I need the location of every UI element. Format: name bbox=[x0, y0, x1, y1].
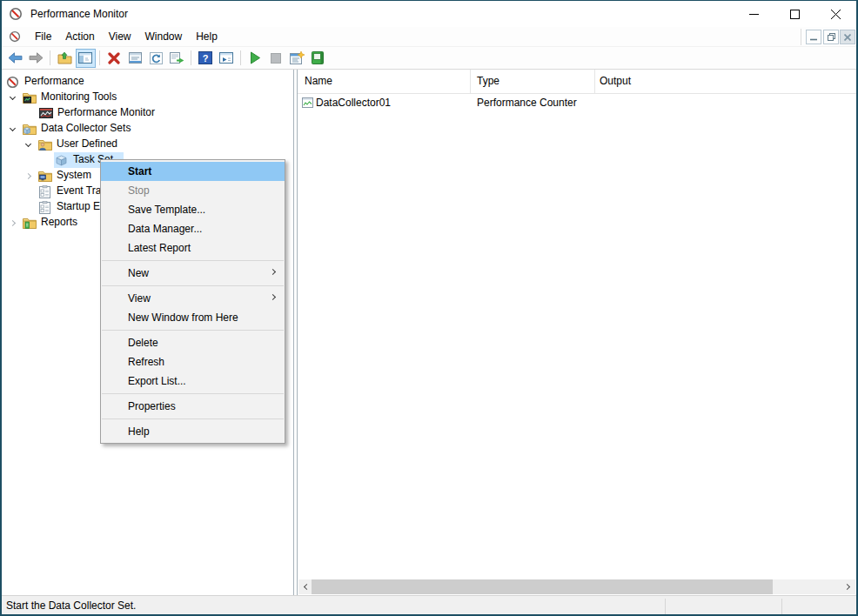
new-set-star-icon bbox=[290, 51, 305, 64]
show-performance-monitor-button[interactable] bbox=[217, 49, 237, 68]
results-pane: Name Type Output DataCollector01 Perform… bbox=[297, 70, 856, 596]
context-menu-stop: Stop bbox=[101, 181, 285, 200]
status-separator bbox=[781, 599, 782, 614]
column-header-type[interactable]: Type bbox=[471, 70, 595, 94]
mdi-restore-button[interactable] bbox=[823, 30, 839, 44]
properties-icon bbox=[129, 52, 142, 64]
help-button[interactable]: ? bbox=[196, 49, 216, 68]
column-header-output[interactable]: Output bbox=[595, 70, 856, 94]
start-set-button[interactable] bbox=[245, 49, 265, 68]
submenu-arrow-icon bbox=[270, 269, 276, 275]
menu-separator bbox=[102, 260, 284, 261]
menu-separator bbox=[102, 285, 284, 286]
save-data-button[interactable] bbox=[308, 49, 328, 68]
mdi-separator bbox=[801, 29, 801, 45]
tree-item-monitoring-tools[interactable]: Monitoring Tools bbox=[2, 90, 293, 105]
context-menu-help[interactable]: Help bbox=[101, 422, 285, 441]
title-bar: Performance Monitor bbox=[2, 1, 856, 27]
tree-label: Event Tra bbox=[54, 184, 104, 199]
cube-icon bbox=[54, 152, 69, 168]
status-bar: Start the Data Collector Set. bbox=[2, 595, 856, 614]
context-menu-data-manager[interactable]: Data Manager... bbox=[101, 219, 285, 238]
toolbar-separator bbox=[191, 50, 191, 65]
close-button[interactable] bbox=[815, 1, 856, 27]
performance-monitor-window: Performance Monitor File Action View Win… bbox=[0, 0, 858, 616]
context-menu-save-template[interactable]: Save Template... bbox=[101, 200, 285, 219]
data-collector-icon bbox=[302, 97, 313, 108]
back-button[interactable] bbox=[5, 49, 25, 68]
forward-icon bbox=[29, 52, 44, 64]
chevron-down-icon[interactable] bbox=[21, 137, 35, 152]
mdi-close-button[interactable] bbox=[840, 30, 855, 44]
folder-report-icon bbox=[22, 215, 37, 231]
table-row[interactable]: DataCollector01 Performance Counter bbox=[298, 95, 856, 110]
toolbar-separator bbox=[240, 50, 241, 65]
menu-view[interactable]: View bbox=[102, 28, 138, 45]
menu-action[interactable]: Action bbox=[58, 28, 101, 45]
menu-separator bbox=[102, 330, 284, 331]
context-menu-new-window-from-here[interactable]: New Window from Here bbox=[101, 308, 285, 327]
context-menu-view[interactable]: View bbox=[101, 289, 285, 308]
context-menu-latest-report[interactable]: Latest Report bbox=[101, 238, 285, 258]
clipboard-icon bbox=[37, 184, 52, 199]
submenu-arrow-icon bbox=[270, 294, 276, 300]
folder-chart-icon bbox=[22, 90, 37, 105]
export-list-button[interactable] bbox=[167, 49, 187, 68]
cell-output-text bbox=[595, 95, 856, 110]
scroll-right-arrow-icon[interactable] bbox=[841, 579, 855, 594]
stop-set-button[interactable] bbox=[266, 49, 286, 68]
menu-separator bbox=[102, 418, 284, 419]
maximize-button[interactable] bbox=[774, 1, 815, 27]
toolbar: ? bbox=[2, 47, 856, 70]
context-menu-start[interactable]: Start bbox=[101, 162, 285, 181]
new-set-button[interactable] bbox=[287, 49, 307, 68]
chevron-right-icon[interactable] bbox=[21, 168, 35, 184]
folder-cube-icon bbox=[22, 121, 37, 137]
properties-button[interactable] bbox=[125, 49, 145, 68]
menu-help[interactable]: Help bbox=[189, 28, 225, 45]
play-icon bbox=[250, 51, 261, 64]
perfmon-icon bbox=[5, 74, 20, 90]
back-icon bbox=[8, 52, 23, 64]
tree-item-user-defined[interactable]: User Defined bbox=[2, 137, 293, 152]
menu-file[interactable]: File bbox=[28, 28, 58, 45]
minimize-button[interactable] bbox=[734, 1, 774, 27]
perfmon-app-icon-small bbox=[9, 30, 21, 43]
tree-label: Monitoring Tools bbox=[38, 90, 119, 105]
folder-user-icon bbox=[37, 137, 52, 152]
context-menu-new[interactable]: New bbox=[101, 264, 285, 283]
window-play-icon bbox=[219, 52, 233, 64]
menu-window[interactable]: Window bbox=[138, 28, 190, 45]
tree-label: Performance bbox=[22, 74, 87, 90]
tree-label: Reports bbox=[38, 215, 80, 231]
help-icon: ? bbox=[198, 51, 212, 64]
tree-item-data-collector-sets[interactable]: Data Collector Sets bbox=[2, 121, 293, 137]
chevron-right-icon[interactable] bbox=[5, 215, 19, 231]
tree-item-performance-monitor[interactable]: Performance Monitor bbox=[2, 105, 293, 121]
column-header-name[interactable]: Name bbox=[298, 70, 471, 94]
chevron-down-icon[interactable] bbox=[5, 121, 19, 137]
context-menu-properties[interactable]: Properties bbox=[101, 397, 285, 416]
chevron-down-icon[interactable] bbox=[5, 90, 19, 105]
forward-button[interactable] bbox=[26, 49, 46, 68]
mdi-minimize-button[interactable] bbox=[806, 30, 821, 44]
context-menu-export-list[interactable]: Export List... bbox=[101, 372, 285, 391]
export-list-icon bbox=[170, 52, 184, 64]
cell-type-text: Performance Counter bbox=[471, 95, 595, 110]
context-menu-refresh[interactable]: Refresh bbox=[101, 352, 285, 372]
show-console-tree-button[interactable] bbox=[76, 49, 96, 68]
delete-button[interactable] bbox=[104, 49, 124, 68]
tree-label: User Defined bbox=[54, 137, 120, 152]
stop-icon bbox=[271, 53, 281, 64]
menu-separator bbox=[102, 393, 284, 394]
horizontal-scrollbar[interactable] bbox=[298, 579, 855, 594]
cell-name-text: DataCollector01 bbox=[316, 95, 391, 110]
up-one-level-button[interactable] bbox=[55, 49, 75, 68]
green-book-icon bbox=[312, 51, 324, 64]
scrollbar-thumb[interactable] bbox=[312, 579, 773, 594]
context-menu-delete[interactable]: Delete bbox=[101, 333, 285, 352]
tree-item-performance[interactable]: Performance bbox=[2, 74, 293, 90]
delete-x-icon bbox=[108, 52, 120, 64]
console-tree-icon bbox=[78, 52, 92, 64]
refresh-button[interactable] bbox=[146, 49, 166, 68]
